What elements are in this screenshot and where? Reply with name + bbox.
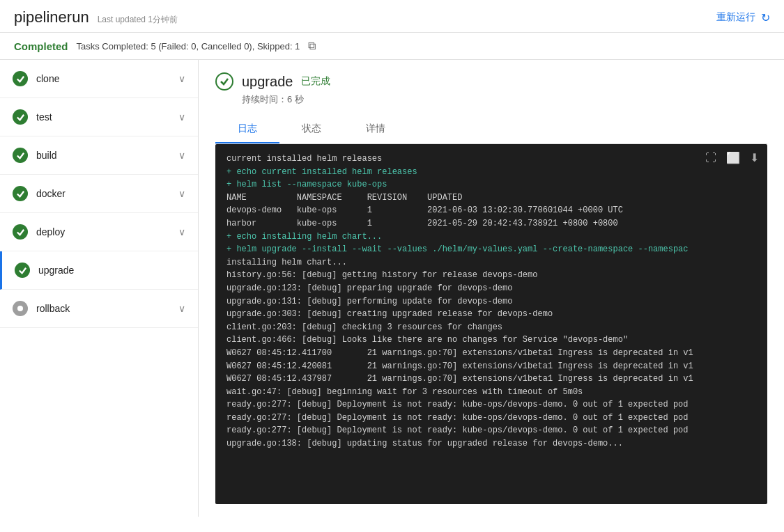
check-icon-build [13,148,28,163]
log-line: upgrade.go:303: [debug] creating upgrade… [226,308,756,321]
log-line: + helm upgrade --install --wait --values… [226,243,756,256]
sidebar-item-left-upgrade: upgrade [15,263,74,278]
sidebar-item-build[interactable]: build∨ [0,136,198,175]
log-line: harbor kube-ops 1 2021-05-29 20:42:43.73… [226,217,756,230]
tab-status[interactable]: 状态 [279,116,344,143]
log-line: W0627 08:45:12.437987 21 warnings.go:70]… [226,373,756,386]
header-left: pipelinerun Last updated 1分钟前 [14,8,178,26]
item-name-clone: clone [36,73,59,84]
chevron-icon-build: ∨ [178,150,185,161]
log-line: history.go:56: [debug] getting history f… [226,269,756,282]
log-line: W0627 08:45:12.420081 21 warnings.go:70]… [226,360,756,373]
log-line: + helm list --namespace kube-ops [226,178,756,191]
sidebar-item-left-test: test [13,109,52,125]
sidebar-item-docker[interactable]: docker∨ [0,175,198,213]
item-name-build: build [36,150,57,161]
sidebar-item-test[interactable]: test∨ [0,98,198,136]
sidebar-item-left-build: build [13,148,57,163]
log-line: NAME NAMESPACE REVISION UPDATED [226,191,756,205]
check-icon-docker [13,186,28,201]
log-line: upgrade.go:138: [debug] updating status … [226,437,756,451]
task-status-icon [215,72,233,91]
tasks-info: Tasks Completed: 5 (Failed: 0, Cancelled… [77,41,300,52]
log-line: installing helm chart... [226,256,756,269]
sidebar-item-rollback[interactable]: rollback∨ [0,290,198,328]
refresh-icon[interactable]: ↻ [761,11,770,24]
task-title: upgrade [242,74,293,90]
sidebar-item-left-rollback: rollback [13,301,70,316]
header: pipelinerun Last updated 1分钟前 重新运行 ↻ [0,0,784,33]
item-name-test: test [36,111,52,123]
main-layout: clone∨test∨build∨docker∨deploy∨upgradero… [0,60,784,517]
log-line: W0627 08:45:12.411700 21 warnings.go:70]… [226,347,756,360]
check-icon-upgrade [15,263,30,278]
log-line: ready.go:277: [debug] Deployment is not … [226,412,756,425]
task-header: upgrade 已完成 [215,72,767,91]
chevron-icon-docker: ∨ [178,188,185,199]
tab-log[interactable]: 日志 [215,116,279,143]
content-pane: upgrade 已完成 持续时间：6 秒 日志 状态 详情 ⛶ ⬜ ⬇ curr… [199,60,784,517]
app-title: pipelinerun [14,8,89,26]
item-name-rollback: rollback [36,303,70,314]
status-bar: Completed Tasks Completed: 5 (Failed: 0,… [0,33,784,60]
task-status-label: 已完成 [301,75,330,88]
sidebar-item-left-clone: clone [13,71,59,86]
log-line: wait.go:47: [debug] beginning wait for 3… [226,386,756,399]
item-name-deploy: deploy [36,226,65,237]
pending-icon-rollback [13,301,28,316]
chevron-icon-rollback: ∨ [178,303,185,314]
sidebar-item-deploy[interactable]: deploy∨ [0,213,198,251]
tab-detail[interactable]: 详情 [344,116,408,143]
item-name-upgrade: upgrade [38,265,74,276]
log-content: current installed helm releases+ echo cu… [215,144,767,504]
download-icon[interactable]: ⬇ [748,150,760,166]
external-link-icon[interactable]: ⬜ [725,150,741,166]
sidebar-item-left-deploy: deploy [13,224,65,240]
log-line: client.go:466: [debug] Looks like there … [226,334,756,347]
item-name-docker: docker [36,188,66,199]
check-icon-deploy [13,224,28,240]
task-duration: 持续时间：6 秒 [242,93,767,106]
log-area: ⛶ ⬜ ⬇ current installed helm releases+ e… [215,144,767,504]
log-line: upgrade.go:131: [debug] performing updat… [226,295,756,308]
sidebar-item-clone[interactable]: clone∨ [0,60,198,98]
log-line: upgrade.go:123: [debug] preparing upgrad… [226,282,756,295]
check-icon-clone [13,71,28,86]
header-right: 重新运行 ↻ [716,11,770,24]
copy-icon[interactable]: ⧉ [308,40,316,52]
check-icon-test [13,109,28,125]
log-line: client.go:203: [debug] checking 3 resour… [226,321,756,334]
log-line: ready.go:277: [debug] Deployment is not … [226,398,756,412]
fullscreen-icon[interactable]: ⛶ [704,150,718,166]
log-toolbar: ⛶ ⬜ ⬇ [704,150,760,166]
log-line: + echo current installed helm releases [226,166,756,179]
tab-bar: 日志 状态 详情 [215,116,767,144]
chevron-icon-clone: ∨ [178,73,185,84]
log-line: devops-demo kube-ops 1 2021-06-03 13:02:… [226,204,756,217]
last-updated: Last updated 1分钟前 [98,14,178,26]
sidebar-item-upgrade[interactable]: upgrade [0,251,198,290]
sidebar-item-left-docker: docker [13,186,66,201]
log-line: ready.go:277: [debug] Deployment is not … [226,424,756,437]
rerun-button[interactable]: 重新运行 [716,11,755,24]
sidebar: clone∨test∨build∨docker∨deploy∨upgradero… [0,60,199,517]
chevron-icon-test: ∨ [178,111,185,123]
log-line: + echo installing helm chart... [226,230,756,244]
status-badge: Completed [14,40,68,52]
log-line: current installed helm releases [226,152,756,166]
chevron-icon-deploy: ∨ [178,226,185,237]
